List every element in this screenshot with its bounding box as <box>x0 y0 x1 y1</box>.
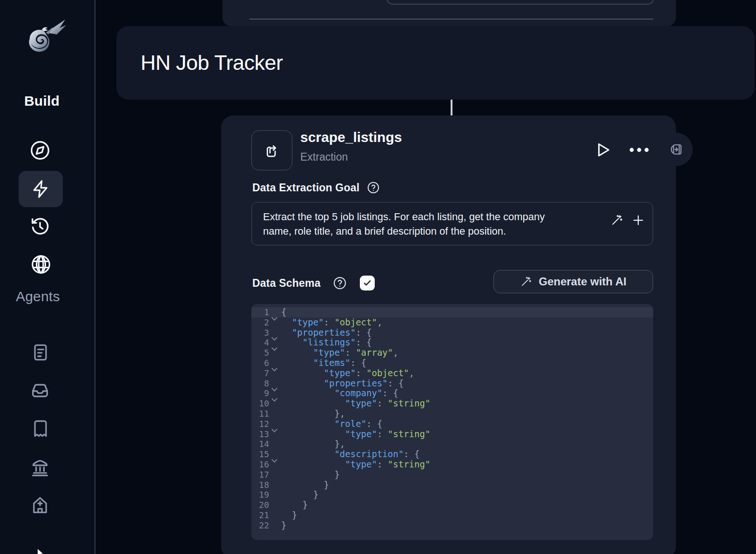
code-text: } <box>281 510 297 520</box>
history-icon <box>29 216 51 237</box>
code-text: "type": "array", <box>281 348 398 358</box>
node-menu-button[interactable] <box>628 144 650 155</box>
line-number: 5 <box>254 348 269 358</box>
code-text: "type": "object", <box>281 318 382 328</box>
wand-icon[interactable] <box>610 214 623 227</box>
sidebar-item-credentials[interactable] <box>29 456 51 479</box>
line-number: 8 <box>254 378 269 389</box>
code-line[interactable]: 8 "properties": { <box>254 378 653 389</box>
code-text: }, <box>281 439 345 449</box>
share-icon <box>263 141 281 160</box>
code-text: } <box>281 520 286 531</box>
landmark-icon <box>29 457 51 478</box>
sidebar: Build <box>0 0 95 554</box>
code-line[interactable]: 14 }, <box>254 439 653 449</box>
code-line[interactable]: 13 "type": "string" <box>254 429 653 439</box>
code-line[interactable]: 21 } <box>254 510 653 520</box>
goal-text: Extract the top 5 job listings. For each… <box>263 209 598 238</box>
node-type-tile[interactable] <box>251 130 292 170</box>
line-number: 16 <box>254 459 269 470</box>
code-text: "type": "string" <box>281 399 430 409</box>
sidebar-item-discover[interactable] <box>29 139 51 162</box>
question-icon[interactable] <box>333 276 347 290</box>
workflow-title-card[interactable]: HN Job Tracker <box>116 26 755 100</box>
code-line[interactable]: 2 "type": "object", <box>254 318 653 328</box>
goal-label: Data Extraction Goal <box>252 182 359 194</box>
sidebar-section-agents: Agents <box>16 289 60 304</box>
workflow-builder-app: Build <box>0 0 756 554</box>
code-line[interactable]: 18 } <box>254 480 653 490</box>
code-line[interactable]: 15 "description": { <box>254 449 653 459</box>
code-line[interactable]: 3 "properties": { <box>254 328 653 338</box>
card-divider <box>250 19 653 20</box>
sidebar-item-receipts[interactable] <box>30 418 51 439</box>
node-type-label: Extraction <box>300 151 348 163</box>
code-line[interactable]: 11 }, <box>254 409 653 419</box>
node-handle-button[interactable] <box>659 133 693 166</box>
globe-icon <box>30 254 52 275</box>
schema-enabled-checkbox[interactable] <box>360 276 375 291</box>
code-text: "role": { <box>281 419 382 429</box>
line-number: 19 <box>254 490 269 500</box>
code-line[interactable]: 17 } <box>254 470 653 480</box>
hospital-icon <box>30 495 50 515</box>
question-icon[interactable] <box>367 181 380 194</box>
code-text: "company": { <box>281 388 398 399</box>
node-name: scrape_listings <box>300 129 402 145</box>
inbox-icon <box>29 380 51 401</box>
lightning-icon <box>31 179 51 199</box>
wand-icon <box>520 276 532 288</box>
code-line[interactable]: 12 "role": { <box>254 419 653 429</box>
line-number: 15 <box>254 449 269 459</box>
sidebar-item-inbox[interactable] <box>29 379 51 402</box>
line-number: 13 <box>254 429 269 439</box>
code-line[interactable]: 6 "items": { <box>254 358 653 368</box>
code-line[interactable]: 1{ <box>251 307 653 318</box>
insert-right-icon <box>668 141 684 158</box>
code-line[interactable]: 16 "type": "string" <box>254 459 653 470</box>
code-text: "type": "string" <box>281 459 430 470</box>
dragon-logo <box>20 17 67 65</box>
line-number: 1 <box>254 307 269 318</box>
code-line[interactable]: 7 "type": "object", <box>254 368 653 378</box>
sidebar-section-build: Build <box>24 93 60 109</box>
code-line[interactable]: 5 "type": "array", <box>254 348 653 358</box>
check-icon <box>362 278 372 288</box>
sidebar-item-browser[interactable] <box>30 253 52 276</box>
line-number: 10 <box>254 399 269 409</box>
code-text: } <box>281 470 340 480</box>
line-number: 21 <box>254 510 269 520</box>
line-number: 9 <box>254 388 269 399</box>
line-number: 20 <box>254 500 269 510</box>
compass-icon <box>29 140 51 161</box>
plus-icon[interactable] <box>631 213 645 227</box>
sidebar-item-workflows-active[interactable] <box>19 171 63 207</box>
sidebar-item-forms[interactable] <box>30 342 51 363</box>
code-line[interactable]: 4 "listings": { <box>254 338 653 348</box>
code-text: "type": "object", <box>281 368 414 378</box>
line-number: 3 <box>254 328 269 338</box>
code-text: }, <box>281 409 345 419</box>
code-text: "items": { <box>281 358 366 368</box>
line-number: 6 <box>254 358 269 368</box>
sidebar-item-organization[interactable] <box>29 494 51 516</box>
sidebar-item-history[interactable] <box>29 215 51 237</box>
line-number: 4 <box>254 338 269 348</box>
code-text: "properties": { <box>281 328 372 338</box>
line-number: 14 <box>254 439 269 449</box>
code-line[interactable]: 9 "company": { <box>254 388 653 399</box>
schema-label: Data Schema <box>252 277 321 290</box>
previous-node-card-partial <box>223 0 676 26</box>
code-line[interactable]: 22} <box>254 520 653 531</box>
partial-input-field[interactable] <box>386 0 654 5</box>
code-line[interactable]: 19 } <box>254 490 653 500</box>
play-icon <box>593 141 612 159</box>
schema-code-editor[interactable]: 1{2 "type": "object",3 "properties": {4 … <box>251 304 653 540</box>
line-number: 17 <box>254 470 269 480</box>
generate-with-ai-button[interactable]: Generate with AI <box>493 270 653 293</box>
code-text: } <box>281 480 329 490</box>
code-line[interactable]: 10 "type": "string" <box>254 399 653 409</box>
code-line[interactable]: 20 } <box>254 500 653 510</box>
goal-textarea[interactable]: Extract the top 5 job listings. For each… <box>251 202 653 245</box>
run-node-button[interactable] <box>593 140 612 160</box>
